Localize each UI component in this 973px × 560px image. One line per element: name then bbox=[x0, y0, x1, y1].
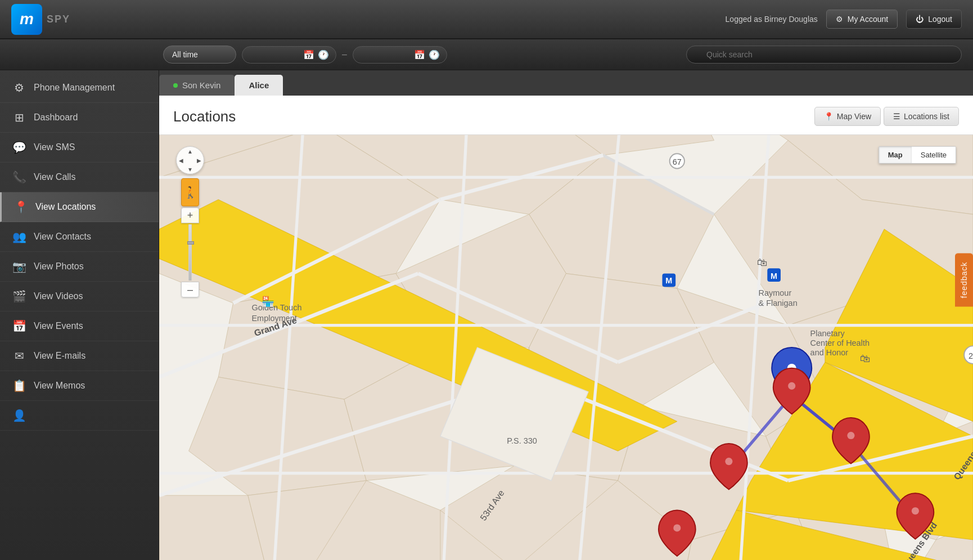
power-icon: ⏻ bbox=[916, 15, 924, 24]
pegman-button[interactable]: 🚶 bbox=[181, 178, 199, 206]
zoom-out-button[interactable]: – bbox=[181, 282, 199, 297]
contacts-icon: 👥 bbox=[11, 230, 27, 243]
sidebar: ⚙ Phone Management ⊞ Dashboard 💬 View SM… bbox=[0, 70, 159, 560]
svg-text:Planetary: Planetary bbox=[810, 329, 845, 338]
content-area: Son Kevin Alice Locations 📍 Map View ☰ L… bbox=[159, 70, 973, 560]
my-account-button[interactable]: ⚙ My Account bbox=[826, 10, 898, 29]
svg-marker-20 bbox=[248, 481, 381, 560]
tab-alice[interactable]: Alice bbox=[235, 75, 283, 96]
map-type-map-button[interactable]: Map bbox=[879, 147, 912, 163]
nav-right-button[interactable]: ▶ bbox=[197, 157, 201, 164]
sidebar-item-label: View Memos bbox=[34, 381, 85, 391]
sidebar-item-label: View Locations bbox=[35, 202, 96, 212]
feedback-tab[interactable]: feedback bbox=[955, 254, 973, 307]
svg-text:Employment: Employment bbox=[251, 314, 296, 323]
sidebar-item-view-locations[interactable]: 📍 View Locations bbox=[0, 192, 159, 222]
svg-text:and Honor: and Honor bbox=[810, 348, 849, 357]
sidebar-item-view-photos[interactable]: 📷 View Photos bbox=[0, 252, 159, 282]
sidebar-item-more[interactable]: 👤 bbox=[0, 401, 159, 431]
svg-point-112 bbox=[910, 521, 920, 525]
sidebar-item-label: View Contacts bbox=[34, 232, 91, 242]
svg-marker-12 bbox=[825, 399, 973, 540]
sidebar-item-dashboard[interactable]: ⊞ Dashboard bbox=[0, 103, 159, 133]
clock-icon-to: 🕐 bbox=[429, 49, 440, 60]
sidebar-item-view-emails[interactable]: ✉ View E-mails bbox=[0, 341, 159, 371]
tabs-bar: Son Kevin Alice bbox=[159, 70, 973, 96]
nav-down-button[interactable]: ▼ bbox=[187, 166, 193, 173]
time-range-select[interactable]: All time Today This week This month Cust… bbox=[163, 46, 236, 64]
zoom-handle[interactable] bbox=[187, 241, 194, 245]
zoom-in-button[interactable]: + bbox=[181, 207, 199, 223]
svg-point-59 bbox=[670, 153, 684, 168]
map-controls: ▲ ◀ ▶ ▼ 🚶 + bbox=[176, 146, 204, 297]
date-from-group: 📅 🕐 bbox=[242, 46, 336, 64]
gear-icon: ⚙ bbox=[11, 81, 27, 94]
svg-line-42 bbox=[159, 377, 529, 495]
calendar-icon-from: 📅 bbox=[303, 49, 314, 60]
tab-son-kevin[interactable]: Son Kevin bbox=[159, 75, 235, 96]
zoom-slider[interactable] bbox=[188, 224, 192, 281]
svg-marker-32 bbox=[736, 362, 973, 540]
sidebar-item-view-videos[interactable]: 🎬 View Videos bbox=[0, 282, 159, 311]
pegman-icon: 🚶 bbox=[183, 186, 197, 199]
svg-line-38 bbox=[440, 155, 603, 200]
nav-left-button[interactable]: ◀ bbox=[179, 157, 183, 164]
date-to-input[interactable] bbox=[360, 51, 411, 59]
dashboard-icon: ⊞ bbox=[11, 111, 27, 124]
sidebar-item-view-memos[interactable]: 📋 View Memos bbox=[0, 371, 159, 401]
date-from-input[interactable] bbox=[249, 51, 300, 59]
locations-list-button[interactable]: ☰ Locations list bbox=[884, 107, 959, 126]
svg-marker-30 bbox=[159, 200, 677, 451]
svg-text:Queens Blvd: Queens Blvd bbox=[952, 432, 973, 482]
sidebar-item-label: Dashboard bbox=[34, 112, 78, 123]
sidebar-item-label: View E-mails bbox=[34, 351, 85, 361]
logo: m SPY bbox=[11, 4, 70, 35]
svg-marker-22 bbox=[440, 510, 529, 560]
locations-title: Locations bbox=[173, 108, 236, 125]
logo-text: SPY bbox=[47, 13, 70, 25]
sidebar-item-view-contacts[interactable]: 👥 View Contacts bbox=[0, 222, 159, 252]
svg-point-110 bbox=[672, 538, 682, 542]
svg-marker-31 bbox=[677, 510, 973, 560]
svg-text:🏪: 🏪 bbox=[262, 295, 274, 308]
quick-search-input[interactable] bbox=[686, 46, 962, 64]
svg-marker-9 bbox=[470, 347, 640, 481]
svg-text:Raymour: Raymour bbox=[759, 288, 792, 297]
svg-rect-65 bbox=[663, 273, 676, 287]
svg-marker-6 bbox=[529, 273, 714, 407]
nav-up-button[interactable]: ▲ bbox=[187, 148, 193, 155]
sidebar-item-view-sms[interactable]: 💬 View SMS bbox=[0, 133, 159, 162]
svg-line-44 bbox=[788, 436, 973, 481]
sidebar-item-label: View SMS bbox=[34, 142, 75, 152]
svg-text:Queens Blvd: Queens Blvd bbox=[900, 521, 939, 560]
logout-button[interactable]: ⏻ Logout bbox=[906, 10, 962, 29]
sidebar-item-phone-management[interactable]: ⚙ Phone Management bbox=[0, 73, 159, 103]
svg-marker-8 bbox=[788, 288, 973, 436]
main-layout: ⚙ Phone Management ⊞ Dashboard 💬 View SM… bbox=[0, 70, 973, 560]
svg-text:P.S. 330: P.S. 330 bbox=[507, 436, 537, 445]
events-icon: 📅 bbox=[11, 319, 27, 333]
svg-marker-14 bbox=[344, 347, 529, 481]
svg-marker-29 bbox=[714, 141, 973, 326]
locations-header: Locations 📍 Map View ☰ Locations list bbox=[159, 96, 973, 135]
svg-point-105 bbox=[788, 382, 795, 390]
svg-text:Center of Health: Center of Health bbox=[810, 338, 870, 347]
svg-text:53rd Ave: 53rd Ave bbox=[478, 488, 506, 522]
map-type-satellite-button[interactable]: Satellite bbox=[912, 147, 956, 163]
nav-circle[interactable]: ▲ ◀ ▶ ▼ bbox=[176, 146, 204, 174]
search-wrapper: 🔍 bbox=[686, 46, 962, 64]
map-container[interactable]: Grand Ave 53rd Ave Queens Blvd Queens Bl… bbox=[159, 135, 973, 560]
emails-icon: ✉ bbox=[11, 349, 27, 363]
svg-point-107 bbox=[847, 432, 854, 439]
svg-point-104 bbox=[787, 396, 797, 400]
svg-marker-5 bbox=[396, 214, 566, 347]
header: m SPY Logged as Birney Douglas ⚙ My Acco… bbox=[0, 0, 973, 39]
sidebar-item-view-calls[interactable]: 📞 View Calls bbox=[0, 162, 159, 192]
svg-text:🛍: 🛍 bbox=[860, 353, 870, 364]
map-view-button[interactable]: 📍 Map View bbox=[814, 107, 881, 126]
svg-point-113 bbox=[912, 507, 919, 514]
sidebar-item-label: View Calls bbox=[34, 172, 75, 182]
svg-marker-18 bbox=[795, 510, 899, 560]
sidebar-item-view-events[interactable]: 📅 View Events bbox=[0, 311, 159, 341]
locations-icon: 📍 bbox=[13, 200, 29, 214]
